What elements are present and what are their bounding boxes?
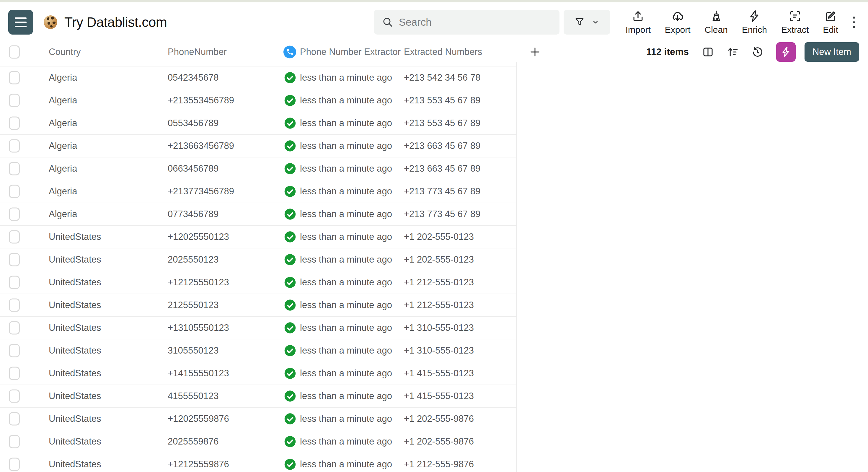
cell-country[interactable]: UnitedStates bbox=[49, 459, 101, 470]
table-row[interactable]: UnitedStates 4155550123 less than a minu… bbox=[0, 385, 516, 408]
row-checkbox[interactable] bbox=[9, 185, 20, 198]
row-checkbox[interactable] bbox=[9, 435, 20, 448]
table-row[interactable]: UnitedStates +13105550123 less than a mi… bbox=[0, 317, 516, 340]
row-checkbox[interactable] bbox=[9, 299, 20, 312]
cell-extracted-number[interactable]: +1 202-555-0123 bbox=[404, 254, 474, 265]
cell-extracted-number[interactable]: +1 212-555-0123 bbox=[404, 277, 474, 288]
row-checkbox[interactable] bbox=[9, 344, 20, 357]
cell-extractor-status[interactable]: less than a minute ago bbox=[300, 459, 392, 470]
cell-extractor-status[interactable]: less than a minute ago bbox=[300, 345, 392, 356]
cell-extractor-status[interactable]: less than a minute ago bbox=[300, 118, 392, 128]
history-button[interactable] bbox=[751, 46, 764, 58]
cell-extracted-number[interactable]: +213 773 45 67 89 bbox=[404, 186, 480, 197]
cell-extractor-status[interactable]: less than a minute ago bbox=[300, 391, 392, 402]
row-checkbox[interactable] bbox=[9, 71, 20, 85]
quick-action-button[interactable] bbox=[776, 42, 796, 62]
cell-extractor-status[interactable]: less than a minute ago bbox=[300, 277, 392, 288]
column-header-extracted[interactable]: Extracted Numbers bbox=[404, 47, 482, 57]
split-view-button[interactable] bbox=[702, 46, 714, 58]
filter-button[interactable] bbox=[564, 10, 610, 35]
cell-phone-number[interactable]: 0542345678 bbox=[168, 72, 218, 83]
cell-extracted-number[interactable]: +1 212-555-9876 bbox=[404, 459, 474, 470]
cell-country[interactable]: UnitedStates bbox=[49, 391, 101, 402]
cell-country[interactable]: UnitedStates bbox=[49, 368, 101, 379]
row-checkbox[interactable] bbox=[9, 321, 20, 335]
cell-extracted-number[interactable]: +1 202-555-0123 bbox=[404, 232, 474, 242]
import-button[interactable]: Import bbox=[626, 9, 651, 35]
table-row[interactable]: Algeria 0663456789 less than a minute ag… bbox=[0, 157, 516, 180]
cell-phone-number[interactable]: 3105550123 bbox=[168, 345, 218, 356]
enrich-button[interactable]: Enrich bbox=[742, 9, 767, 35]
edit-button[interactable]: Edit bbox=[823, 9, 838, 35]
cell-extracted-number[interactable]: +1 310-555-0123 bbox=[404, 323, 474, 333]
cell-phone-number[interactable]: +13105550123 bbox=[168, 323, 229, 333]
cell-extracted-number[interactable]: +1 415-555-0123 bbox=[404, 368, 474, 379]
column-header-country[interactable]: Country bbox=[49, 47, 81, 57]
cell-extracted-number[interactable]: +213 663 45 67 89 bbox=[404, 141, 480, 151]
column-header-phonenumber[interactable]: PhoneNumber bbox=[168, 47, 227, 57]
row-checkbox[interactable] bbox=[9, 94, 20, 107]
row-checkbox[interactable] bbox=[9, 117, 20, 130]
row-checkbox[interactable] bbox=[9, 230, 20, 244]
row-checkbox[interactable] bbox=[9, 276, 20, 289]
cell-phone-number[interactable]: +12125559876 bbox=[168, 459, 229, 470]
row-checkbox[interactable] bbox=[9, 390, 20, 403]
table-row[interactable]: Algeria +213663456789 less than a minute… bbox=[0, 135, 516, 157]
cell-extractor-status[interactable]: less than a minute ago bbox=[300, 141, 392, 151]
cell-country[interactable]: UnitedStates bbox=[49, 414, 101, 424]
row-checkbox[interactable] bbox=[9, 140, 20, 153]
row-checkbox[interactable] bbox=[9, 162, 20, 175]
cell-country[interactable]: Algeria bbox=[49, 72, 78, 83]
table-row[interactable]: UnitedStates +12125559876 less than a mi… bbox=[0, 453, 516, 472]
table-row[interactable]: UnitedStates 2025559876 less than a minu… bbox=[0, 430, 516, 453]
cell-phone-number[interactable]: 0553456789 bbox=[168, 118, 218, 128]
cell-extractor-status[interactable]: less than a minute ago bbox=[300, 414, 392, 424]
table-row[interactable]: UnitedStates +12025550123 less than a mi… bbox=[0, 226, 516, 248]
cell-extracted-number[interactable]: +1 202-555-9876 bbox=[404, 414, 474, 424]
table-row[interactable]: UnitedStates +14155550123 less than a mi… bbox=[0, 362, 516, 385]
cell-phone-number[interactable]: +213553456789 bbox=[168, 95, 234, 106]
cell-extractor-status[interactable]: less than a minute ago bbox=[300, 72, 392, 83]
cell-phone-number[interactable]: +213663456789 bbox=[168, 141, 234, 151]
cell-extractor-status[interactable]: less than a minute ago bbox=[300, 232, 392, 242]
main-menu-button[interactable] bbox=[8, 10, 33, 35]
cell-phone-number[interactable]: +12125550123 bbox=[168, 277, 229, 288]
cell-country[interactable]: Algeria bbox=[49, 95, 78, 106]
cell-extractor-status[interactable]: less than a minute ago bbox=[300, 209, 392, 219]
table-row[interactable]: Algeria 0773456789 less than a minute ag… bbox=[0, 203, 516, 226]
cell-country[interactable]: UnitedStates bbox=[49, 300, 101, 311]
table-row[interactable]: Algeria 0553456789 less than a minute ag… bbox=[0, 112, 516, 135]
extract-button[interactable]: Extract bbox=[781, 9, 809, 35]
cell-phone-number[interactable]: 2125550123 bbox=[168, 300, 218, 311]
cell-extracted-number[interactable]: +1 415-555-0123 bbox=[404, 391, 474, 402]
cell-extractor-status[interactable]: less than a minute ago bbox=[300, 436, 392, 447]
cell-extracted-number[interactable]: +1 202-555-9876 bbox=[404, 436, 474, 447]
cell-phone-number[interactable]: +12025550123 bbox=[168, 232, 229, 242]
cell-extracted-number[interactable]: +213 553 45 67 89 bbox=[404, 118, 480, 128]
cell-country[interactable]: Algeria bbox=[49, 163, 78, 174]
cell-phone-number[interactable]: 0773456789 bbox=[168, 209, 218, 219]
overflow-menu-button[interactable] bbox=[849, 13, 859, 32]
cell-country[interactable]: UnitedStates bbox=[49, 323, 101, 333]
cell-phone-number[interactable]: 0663456789 bbox=[168, 163, 218, 174]
row-checkbox[interactable] bbox=[9, 412, 20, 425]
table-row[interactable]: UnitedStates +12025559876 less than a mi… bbox=[0, 408, 516, 430]
cell-phone-number[interactable]: 2025550123 bbox=[168, 254, 218, 265]
cell-extractor-status[interactable]: less than a minute ago bbox=[300, 186, 392, 197]
cell-country[interactable]: UnitedStates bbox=[49, 232, 101, 242]
cell-country[interactable]: Algeria bbox=[49, 141, 78, 151]
search-box[interactable] bbox=[374, 10, 559, 35]
table-row[interactable]: Algeria +213773456789 less than a minute… bbox=[0, 180, 516, 203]
cell-extracted-number[interactable]: +213 663 45 67 89 bbox=[404, 163, 480, 174]
cell-extracted-number[interactable]: +213 542 34 56 78 bbox=[404, 72, 480, 83]
table-row[interactable]: Algeria +213553456789 less than a minute… bbox=[0, 89, 516, 112]
row-checkbox[interactable] bbox=[9, 458, 20, 471]
cell-country[interactable]: Algeria bbox=[49, 186, 78, 197]
cell-extractor-status[interactable]: less than a minute ago bbox=[300, 254, 392, 265]
cell-country[interactable]: UnitedStates bbox=[49, 254, 101, 265]
cell-country[interactable]: Algeria bbox=[49, 118, 78, 128]
table-row[interactable]: UnitedStates 2025550123 less than a minu… bbox=[0, 248, 516, 271]
row-checkbox[interactable] bbox=[9, 208, 20, 221]
cell-extracted-number[interactable]: +213 553 45 67 89 bbox=[404, 95, 480, 106]
cell-country[interactable]: UnitedStates bbox=[49, 345, 101, 356]
